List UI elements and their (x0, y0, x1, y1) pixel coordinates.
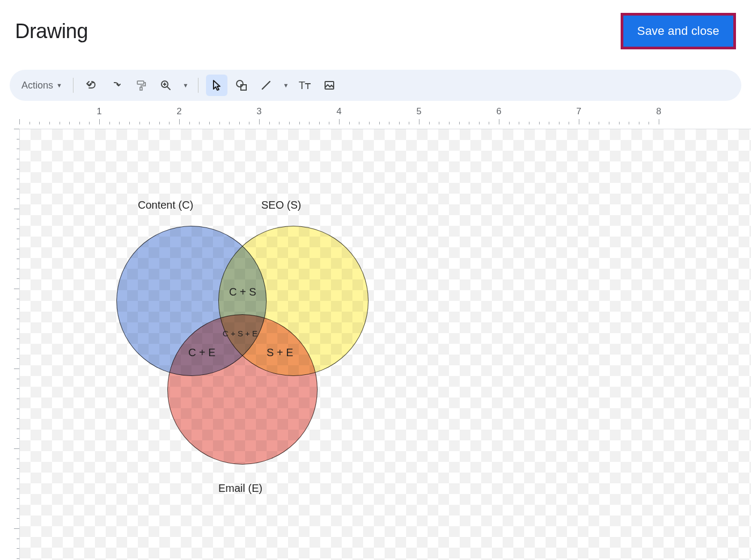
svg-rect-0 (137, 81, 144, 84)
dialog-title: Drawing (15, 20, 88, 43)
toolbar-divider (198, 78, 198, 93)
dialog-header: Drawing Save and close (0, 0, 751, 55)
ruler-number: 4 (336, 106, 341, 117)
line-icon (260, 79, 273, 92)
horizontal-ruler: 12345678 (19, 106, 751, 124)
svg-line-8 (262, 82, 270, 89)
zoom-button[interactable] (155, 75, 176, 96)
zoom-icon (159, 79, 172, 92)
venn-diagram: Content (C) SEO (S) Email (E) C + S C + … (20, 129, 751, 560)
ruler-number: 8 (656, 106, 661, 117)
paint-roller-icon (135, 79, 148, 92)
select-tool-button[interactable] (206, 75, 227, 96)
ruler-number: 3 (256, 106, 261, 117)
ruler-number: 7 (576, 106, 581, 117)
redo-icon (110, 79, 123, 92)
image-tool-button[interactable] (319, 75, 340, 96)
label-se[interactable]: S + E (267, 347, 293, 359)
svg-rect-1 (140, 87, 142, 90)
image-icon (323, 79, 336, 92)
ruler-area: 12345678 (0, 106, 751, 124)
toolbar: Actions▼ ▼ ▼ Tᴛ (10, 70, 741, 101)
svg-rect-9 (325, 82, 334, 89)
save-and-close-button[interactable]: Save and close (623, 16, 733, 47)
actions-label: Actions (21, 80, 53, 91)
workspace: Content (C) SEO (S) Email (E) C + S C + … (0, 129, 751, 560)
label-cs[interactable]: C + S (229, 286, 256, 298)
label-ce[interactable]: C + E (188, 347, 216, 359)
svg-line-3 (167, 87, 170, 90)
save-button-highlight: Save and close (621, 13, 736, 49)
toolbar-divider (73, 78, 73, 93)
shape-tool-button[interactable] (231, 75, 252, 96)
caret-down-icon: ▼ (283, 82, 289, 89)
line-dropdown[interactable]: ▼ (280, 75, 291, 96)
label-seo[interactable]: SEO (S) (261, 199, 301, 211)
ruler-number: 1 (97, 106, 101, 117)
svg-point-6 (237, 80, 243, 87)
text-icon: Tᴛ (299, 79, 311, 92)
caret-down-icon: ▼ (182, 82, 188, 89)
zoom-dropdown[interactable]: ▼ (180, 75, 190, 96)
textbox-tool-button[interactable]: Tᴛ (294, 75, 315, 96)
vertical-ruler (0, 129, 19, 560)
svg-rect-7 (241, 85, 246, 90)
label-email[interactable]: Email (E) (218, 482, 262, 495)
redo-button[interactable] (106, 75, 127, 96)
undo-button[interactable] (81, 75, 102, 96)
label-content[interactable]: Content (C) (138, 199, 193, 211)
ruler-number: 5 (416, 106, 421, 117)
undo-icon (85, 79, 98, 92)
paint-format-button[interactable] (130, 75, 152, 96)
line-tool-button[interactable] (255, 75, 277, 96)
actions-menu[interactable]: Actions▼ (17, 75, 65, 96)
label-cse[interactable]: C + S + E (223, 329, 257, 338)
shapes-icon (235, 79, 248, 92)
ruler-number: 6 (496, 106, 501, 117)
drawing-canvas[interactable]: Content (C) SEO (S) Email (E) C + S C + … (19, 129, 751, 560)
caret-down-icon: ▼ (56, 82, 62, 89)
cursor-icon (210, 79, 223, 92)
ruler-number: 2 (176, 106, 181, 117)
